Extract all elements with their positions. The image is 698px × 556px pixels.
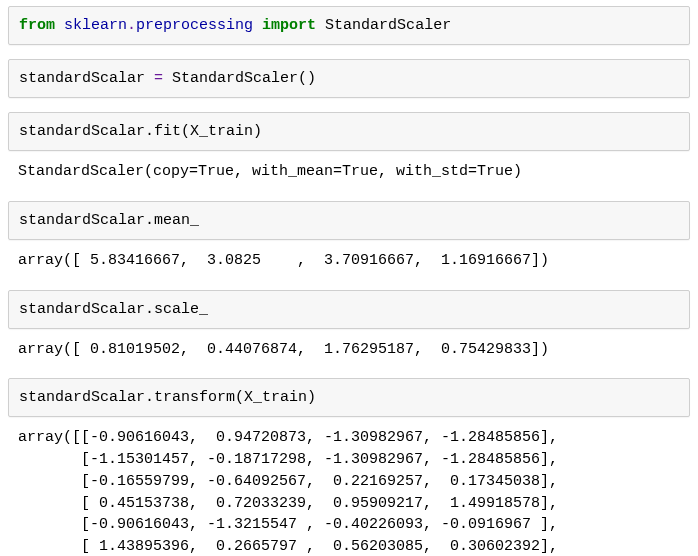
- output-scale: array([ 0.81019502, 0.44076874, 1.762951…: [8, 331, 690, 365]
- rhs: StandardScaler(): [163, 70, 316, 87]
- module-path-1: sklearn: [64, 17, 127, 34]
- keyword-import: import: [262, 17, 316, 34]
- notebook-page: from sklearn.preprocessing import Standa…: [0, 0, 698, 556]
- keyword-from: from: [19, 17, 55, 34]
- code-cell-instantiate[interactable]: standardScalar = StandardScaler(): [8, 59, 690, 98]
- dot-1: .: [127, 17, 136, 34]
- code-cell-fit[interactable]: standardScalar.fit(X_train): [8, 112, 690, 151]
- code-scale: standardScalar.scale_: [19, 301, 208, 318]
- output-transform: array([[-0.90616043, 0.94720873, -1.3098…: [8, 419, 690, 556]
- code-cell-import[interactable]: from sklearn.preprocessing import Standa…: [8, 6, 690, 45]
- code-cell-transform[interactable]: standardScalar.transform(X_train): [8, 378, 690, 417]
- code-transform: standardScalar.transform(X_train): [19, 389, 316, 406]
- output-mean: array([ 5.83416667, 3.0825 , 3.70916667,…: [8, 242, 690, 276]
- lhs: standardScalar: [19, 70, 154, 87]
- import-name: StandardScaler: [316, 17, 451, 34]
- output-fit: StandardScaler(copy=True, with_mean=True…: [8, 153, 690, 187]
- module-path-2: preprocessing: [136, 17, 262, 34]
- code-cell-scale[interactable]: standardScalar.scale_: [8, 290, 690, 329]
- code-fit: standardScalar.fit(X_train): [19, 123, 262, 140]
- assign-op: =: [154, 70, 163, 87]
- code-cell-mean[interactable]: standardScalar.mean_: [8, 201, 690, 240]
- code-mean: standardScalar.mean_: [19, 212, 199, 229]
